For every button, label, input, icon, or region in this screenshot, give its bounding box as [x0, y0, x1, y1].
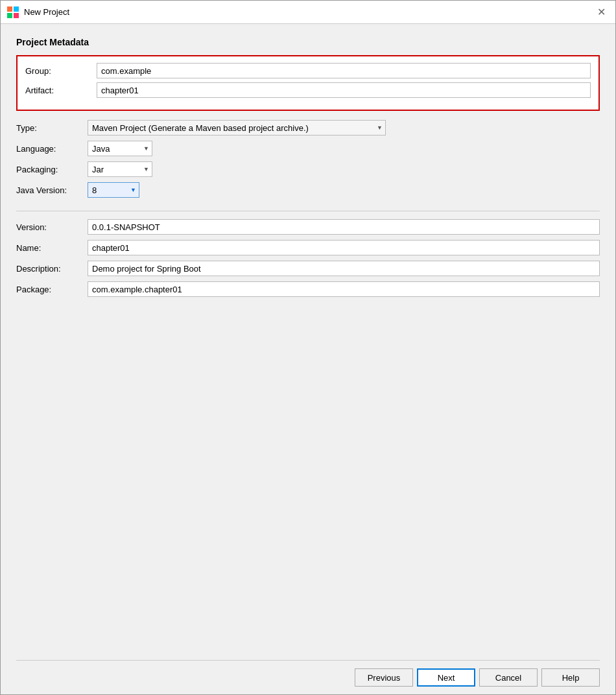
- language-select[interactable]: Java Kotlin Groovy: [88, 141, 152, 156]
- help-button[interactable]: Help: [541, 668, 600, 687]
- group-input[interactable]: [97, 63, 591, 78]
- package-input[interactable]: [88, 281, 600, 297]
- java-version-row: Java Version: 8 11 17 21: [16, 182, 600, 198]
- separator: [16, 211, 600, 211]
- name-label: Name:: [16, 243, 88, 253]
- packaging-select[interactable]: Jar War: [88, 161, 152, 177]
- title-bar-left: New Project: [7, 6, 69, 18]
- java-version-select-wrapper: 8 11 17 21: [88, 182, 139, 198]
- group-artifact-box: Group: Artifact:: [16, 55, 600, 111]
- title-bar: New Project ✕: [1, 1, 615, 24]
- close-button[interactable]: ✕: [593, 5, 609, 20]
- description-label: Description:: [16, 264, 88, 274]
- name-input[interactable]: [88, 240, 600, 255]
- artifact-input[interactable]: [97, 82, 591, 98]
- svg-rect-0: [7, 6, 12, 12]
- type-select[interactable]: Maven Project (Generate a Maven based pr…: [88, 120, 386, 135]
- name-row: Name:: [16, 240, 600, 255]
- java-version-label: Java Version:: [16, 185, 88, 195]
- group-label: Group:: [25, 66, 97, 76]
- package-row: Package:: [16, 281, 600, 297]
- language-row: Language: Java Kotlin Groovy: [16, 141, 600, 156]
- version-input[interactable]: [88, 219, 600, 235]
- version-label: Version:: [16, 222, 88, 232]
- artifact-label: Artifact:: [25, 86, 97, 95]
- main-content: Project Metadata Group: Artifact: Type: …: [1, 24, 615, 660]
- type-label: Type:: [16, 123, 88, 133]
- artifact-row: Artifact:: [25, 82, 591, 98]
- java-version-select[interactable]: 8 11 17 21: [88, 182, 139, 198]
- dialog-title: New Project: [24, 7, 69, 17]
- description-input[interactable]: [88, 261, 600, 276]
- type-select-wrapper: Maven Project (Generate a Maven based pr…: [88, 120, 386, 135]
- type-row: Type: Maven Project (Generate a Maven ba…: [16, 120, 600, 135]
- app-icon: [7, 6, 19, 18]
- cancel-button[interactable]: Cancel: [479, 668, 538, 687]
- packaging-row: Packaging: Jar War: [16, 161, 600, 177]
- new-project-dialog: New Project ✕ Project Metadata Group: Ar…: [0, 0, 616, 695]
- language-select-wrapper: Java Kotlin Groovy: [88, 141, 152, 156]
- section-title: Project Metadata: [16, 37, 600, 47]
- button-bar: Previous Next Cancel Help: [1, 661, 615, 694]
- previous-button[interactable]: Previous: [355, 668, 413, 687]
- svg-rect-1: [14, 6, 19, 12]
- package-label: Package:: [16, 285, 88, 294]
- next-button[interactable]: Next: [417, 668, 475, 687]
- group-row: Group:: [25, 63, 591, 78]
- language-label: Language:: [16, 144, 88, 154]
- svg-rect-3: [14, 13, 19, 18]
- description-row: Description:: [16, 261, 600, 276]
- packaging-label: Packaging:: [16, 165, 88, 174]
- svg-rect-2: [7, 13, 12, 18]
- packaging-select-wrapper: Jar War: [88, 161, 152, 177]
- version-row: Version:: [16, 219, 600, 235]
- spacer: [16, 302, 600, 647]
